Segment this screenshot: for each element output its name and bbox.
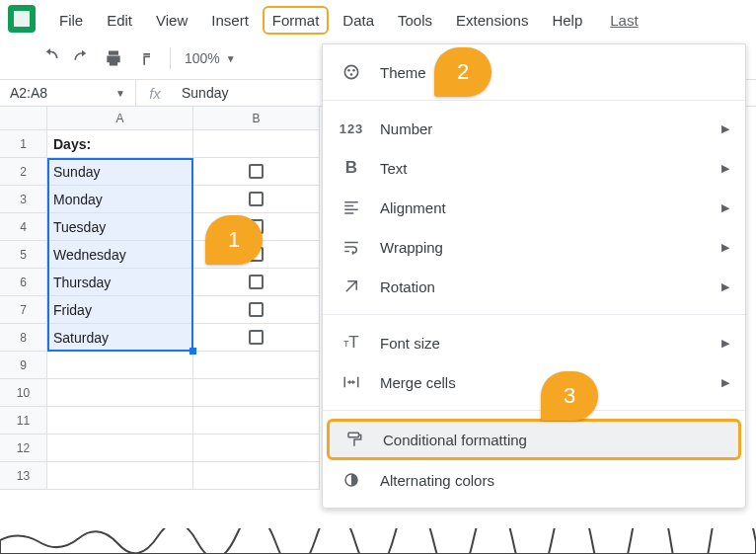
row-header[interactable]: 12	[0, 435, 47, 462]
menu-item-label: Text	[380, 160, 408, 177]
menu-insert[interactable]: Insert	[201, 6, 259, 35]
row-header[interactable]: 6	[0, 269, 47, 296]
row-header[interactable]: 7	[0, 296, 47, 324]
svg-point-0	[344, 65, 357, 78]
cell[interactable]: Sunday	[47, 158, 193, 186]
cell[interactable]	[193, 324, 320, 352]
sheets-logo-icon	[8, 5, 36, 33]
cell[interactable]: Friday	[47, 296, 193, 324]
format-menu-alignment[interactable]: Alignment▶	[323, 188, 745, 227]
svg-point-2	[352, 69, 355, 72]
column-header-b[interactable]: B	[193, 107, 320, 130]
torn-edge-decoration	[0, 528, 756, 554]
submenu-arrow-icon: ▶	[721, 280, 729, 293]
submenu-arrow-icon: ▶	[721, 122, 729, 135]
last-edit-link[interactable]: Last	[610, 12, 638, 29]
cell[interactable]	[193, 435, 320, 462]
zoom-select[interactable]: 100% ▼	[185, 50, 236, 66]
checkbox[interactable]	[249, 192, 264, 206]
menu-item-label: Merge cells	[380, 374, 456, 391]
menu-item-label: Alignment	[380, 199, 446, 216]
cell[interactable]	[193, 462, 320, 490]
svg-point-1	[347, 69, 350, 72]
cell[interactable]: Tuesday	[47, 213, 193, 241]
cell[interactable]	[193, 130, 320, 158]
submenu-arrow-icon: ▶	[721, 337, 729, 350]
checkbox[interactable]	[249, 330, 264, 345]
print-icon[interactable]	[103, 47, 124, 69]
cell[interactable]	[193, 407, 320, 435]
cell[interactable]	[193, 158, 320, 186]
menu-help[interactable]: Help	[542, 6, 592, 35]
cell[interactable]	[193, 269, 320, 296]
format-menu-wrapping[interactable]: Wrapping▶	[323, 227, 745, 267]
cell[interactable]	[193, 352, 320, 379]
wrapping-icon	[340, 236, 362, 258]
menu-separator	[323, 100, 745, 101]
menu-edit[interactable]: Edit	[97, 6, 142, 35]
redo-icon[interactable]	[71, 47, 93, 69]
format-menu-merge-cells[interactable]: Merge cells▶	[323, 362, 745, 402]
cell[interactable]	[47, 462, 193, 490]
merge-icon	[340, 371, 362, 393]
cell[interactable]	[47, 352, 193, 379]
row-header[interactable]: 4	[0, 213, 47, 241]
menu-item-label: Font size	[380, 335, 440, 352]
menu-data[interactable]: Data	[333, 6, 384, 35]
cell[interactable]: Days:	[47, 130, 193, 158]
cell[interactable]: Saturday	[47, 324, 193, 352]
cell[interactable]	[193, 186, 320, 213]
format-menu-rotation[interactable]: Rotation▶	[323, 267, 745, 306]
row-header[interactable]: 8	[0, 324, 47, 352]
menu-extensions[interactable]: Extensions	[446, 6, 538, 35]
cell[interactable]	[193, 379, 320, 407]
cell[interactable]: Thursday	[47, 269, 193, 296]
selection-handle[interactable]	[189, 348, 196, 355]
menu-format[interactable]: Format	[263, 6, 330, 35]
format-menu-alternating-colors[interactable]: Alternating colors	[323, 460, 745, 500]
menu-item-label: Wrapping	[380, 239, 443, 256]
svg-point-3	[350, 73, 353, 76]
chevron-down-icon: ▼	[115, 88, 125, 99]
menu-file[interactable]: File	[49, 6, 93, 35]
format-menu-text[interactable]: BText▶	[323, 148, 745, 188]
cell[interactable]: Monday	[47, 186, 193, 213]
row-header[interactable]: 3	[0, 186, 47, 213]
toolbar-divider	[170, 47, 171, 69]
format-menu-number[interactable]: 123Number▶	[323, 109, 745, 148]
format-menu-font-size[interactable]: тTFont size▶	[323, 323, 745, 362]
column-header-a[interactable]: A	[47, 107, 193, 130]
cell[interactable]: Wednesday	[47, 241, 193, 269]
menu-tools[interactable]: Tools	[388, 6, 442, 35]
menu-item-label: Alternating colors	[380, 472, 494, 489]
menu-item-label: Theme	[380, 64, 426, 81]
fontsize-icon: тT	[340, 332, 362, 354]
row-header[interactable]: 9	[0, 352, 47, 379]
cell[interactable]	[47, 379, 193, 407]
checkbox[interactable]	[249, 275, 264, 289]
row-header[interactable]: 1	[0, 130, 47, 158]
undo-icon[interactable]	[39, 47, 61, 69]
format-menu-theme[interactable]: Theme	[323, 52, 745, 92]
menu-view[interactable]: View	[146, 6, 197, 35]
checkbox[interactable]	[249, 164, 264, 179]
row-header[interactable]: 2	[0, 158, 47, 186]
row-header[interactable]: 10	[0, 379, 47, 407]
name-box[interactable]: A2:A8 ▼	[0, 80, 136, 106]
paint-format-icon[interactable]	[134, 47, 156, 69]
format-menu-conditional-formatting[interactable]: Conditional formatting	[327, 419, 741, 460]
format-menu: Theme 123Number▶BText▶Alignment▶Wrapping…	[322, 43, 746, 509]
row-header[interactable]: 5	[0, 241, 47, 269]
row-header[interactable]: 13	[0, 462, 47, 490]
bold-icon: B	[340, 157, 362, 179]
annotation-callout-3: 3	[541, 371, 598, 421]
cell[interactable]	[193, 296, 320, 324]
row-header[interactable]: 11	[0, 407, 47, 435]
checkbox[interactable]	[249, 302, 264, 317]
cell[interactable]	[47, 407, 193, 435]
zoom-label: 100%	[185, 50, 220, 66]
number-icon: 123	[340, 118, 362, 139]
cell[interactable]	[47, 435, 193, 462]
paint-roller-icon	[343, 429, 365, 450]
select-all-corner[interactable]	[0, 107, 47, 130]
